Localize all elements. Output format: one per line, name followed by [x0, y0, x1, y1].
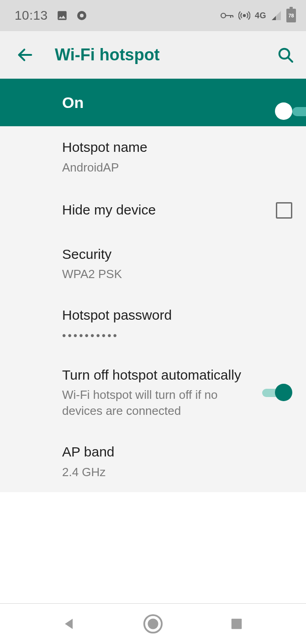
hotspot-master-label: On	[62, 94, 84, 112]
hide-device-title: Hide my device	[62, 201, 267, 220]
page-title: Wi-Fi hotspot	[55, 45, 160, 64]
security-title: Security	[62, 245, 283, 264]
image-icon	[56, 10, 68, 21]
record-icon	[76, 10, 87, 21]
back-button[interactable]	[14, 46, 37, 64]
svg-rect-9	[232, 619, 242, 629]
svg-point-3	[243, 14, 246, 17]
hotspot-name-value: AndroidAP	[62, 160, 283, 176]
hotspot-status-icon	[238, 10, 250, 21]
auto-off-desc: Wi-Fi hotspot will turn off if no device…	[62, 387, 253, 419]
row-auto-off[interactable]: Turn off hotspot automatically Wi-Fi hot…	[0, 354, 306, 431]
battery-level: 78	[288, 13, 294, 18]
password-mask: ••••••••••	[62, 329, 283, 342]
search-button[interactable]	[274, 46, 297, 64]
security-value: WPA2 PSK	[62, 266, 283, 282]
signal-icon	[271, 10, 282, 21]
hotspot-name-title: Hotspot name	[62, 138, 283, 157]
ap-band-value: 2.4 GHz	[62, 464, 283, 480]
auto-off-title: Turn off hotspot automatically	[62, 366, 253, 385]
svg-point-1	[80, 14, 84, 17]
status-bar: 10:13 4G 78	[0, 0, 306, 31]
battery-icon: 78	[286, 9, 296, 22]
hotspot-master-toggle[interactable]: On	[0, 79, 306, 126]
settings-list: Hotspot name AndroidAP Hide my device Se…	[0, 126, 306, 492]
status-time: 10:13	[15, 8, 48, 23]
row-hotspot-name[interactable]: Hotspot name AndroidAP	[0, 126, 306, 188]
svg-point-2	[221, 13, 226, 18]
password-title: Hotspot password	[62, 306, 283, 325]
app-bar: Wi-Fi hotspot	[0, 31, 306, 79]
row-security[interactable]: Security WPA2 PSK	[0, 233, 306, 295]
nav-home-button[interactable]	[139, 610, 167, 638]
row-ap-band[interactable]: AP band 2.4 GHz	[0, 431, 306, 492]
svg-point-8	[148, 619, 158, 629]
auto-off-switch[interactable]	[262, 384, 292, 401]
row-hide-device[interactable]: Hide my device	[0, 188, 306, 233]
row-password[interactable]: Hotspot password ••••••••••	[0, 294, 306, 354]
nav-recents-button[interactable]	[223, 610, 250, 638]
ap-band-title: AP band	[62, 443, 283, 462]
hide-device-checkbox[interactable]	[276, 202, 292, 219]
nav-back-button[interactable]	[56, 610, 83, 638]
navigation-bar	[0, 604, 306, 644]
vpn-key-icon	[220, 11, 234, 20]
network-type-label: 4G	[255, 11, 266, 21]
svg-line-6	[288, 57, 292, 62]
